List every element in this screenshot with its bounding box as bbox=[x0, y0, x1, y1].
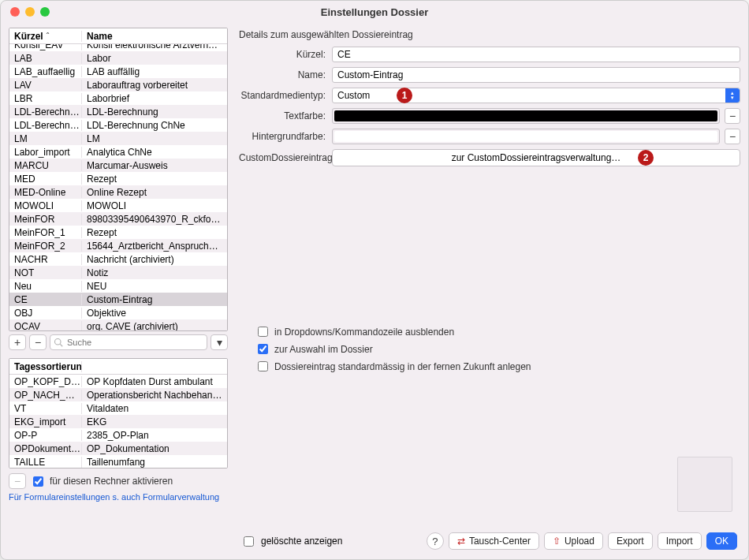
row-name: Notiz bbox=[82, 267, 227, 278]
type-select[interactable]: Custom bbox=[332, 88, 740, 103]
table-row[interactable]: MeinFOR_1Rezept bbox=[9, 226, 227, 239]
table-row[interactable]: LDL-Berechn…LDL-Berechnung ChNe bbox=[9, 118, 227, 132]
table-row[interactable]: MEDRezept bbox=[9, 172, 227, 185]
table-row[interactable]: LAVLaborauftrag vorbereitet bbox=[9, 78, 227, 91]
table-row[interactable]: NACHRNachricht (archiviert) bbox=[9, 252, 227, 266]
table-row[interactable]: OCAVorg. CAVE (archiviert) bbox=[9, 319, 227, 330]
name-input[interactable] bbox=[332, 67, 740, 83]
export-button[interactable]: Export bbox=[608, 532, 653, 550]
table-row[interactable]: MeinFOR_215644_Arztbericht_Anspruch_… bbox=[9, 239, 227, 252]
table-row[interactable]: CECustom-Eintrag bbox=[9, 293, 227, 306]
sec-remove-button[interactable]: − bbox=[9, 473, 26, 489]
select-checkbox[interactable] bbox=[258, 344, 268, 354]
future-checkbox[interactable] bbox=[258, 361, 268, 371]
row-kuerzel: MARCU bbox=[9, 160, 82, 171]
ok-button[interactable]: OK bbox=[706, 532, 737, 550]
bgcolor-well[interactable] bbox=[332, 129, 720, 144]
table-row[interactable]: LABLabor bbox=[9, 51, 227, 65]
remove-button[interactable]: − bbox=[29, 334, 47, 350]
deleted-checkbox[interactable] bbox=[244, 536, 254, 547]
hide-checkbox[interactable] bbox=[258, 327, 268, 337]
table-row[interactable]: OP_NACH_D…Operationsbericht Nachbehand… bbox=[9, 388, 227, 401]
row-kuerzel: VT bbox=[9, 403, 82, 414]
table-row[interactable]: Konsil_EAVKonsil elektronische Arztverne… bbox=[9, 44, 227, 51]
row-name: Rezept bbox=[82, 174, 227, 185]
bgcolor-clear-button[interactable]: − bbox=[725, 129, 740, 144]
minimize-icon[interactable] bbox=[25, 7, 35, 17]
custom-manage-button[interactable]: zur CustomDossiereintragsverwaltung… bbox=[332, 149, 740, 166]
callout-2: 2 bbox=[638, 150, 654, 166]
sec-header-label[interactable]: Tagessortierung bbox=[9, 361, 82, 372]
search-field[interactable] bbox=[50, 334, 207, 350]
textcolor-well[interactable] bbox=[332, 108, 720, 124]
row-name: Rezept bbox=[82, 227, 227, 238]
tausch-center-button[interactable]: ⇄Tausch-Center bbox=[449, 532, 539, 550]
activate-checkbox[interactable] bbox=[33, 476, 43, 487]
add-button[interactable]: + bbox=[9, 334, 26, 350]
row-kuerzel: TAILLE bbox=[9, 457, 82, 468]
row-kuerzel: MeinFOR_1 bbox=[9, 227, 82, 238]
row-kuerzel: LDL-Berechn… bbox=[9, 120, 82, 131]
form: Kürzel: Name: Standardmedientyp: Custom … bbox=[236, 47, 740, 374]
help-button[interactable]: ? bbox=[427, 532, 444, 550]
col-kuerzel[interactable]: Kürzel ˆ bbox=[9, 31, 82, 42]
search-icon bbox=[54, 338, 63, 347]
footer: gelöschte anzeigen ? ⇄Tausch-Center ⇧Upl… bbox=[1, 532, 748, 550]
table-body[interactable]: Konsil_EAVKonsil elektronische Arztverne… bbox=[9, 44, 227, 330]
table-row[interactable]: MARCUMarcumar-Ausweis bbox=[9, 159, 227, 172]
table-row[interactable]: TAILLETaillenumfang bbox=[9, 455, 227, 468]
search-input[interactable] bbox=[65, 337, 203, 348]
row-kuerzel: LM bbox=[9, 133, 82, 144]
sort-asc-icon: ˆ bbox=[47, 32, 49, 40]
import-button[interactable]: Import bbox=[658, 532, 702, 550]
row-kuerzel: Labor_import bbox=[9, 147, 82, 158]
row-name: Analytica ChNe bbox=[82, 147, 227, 158]
row-name: OP_Dokumentation bbox=[82, 443, 227, 454]
svg-point-0 bbox=[55, 339, 61, 345]
row-name: LDL-Berechnung bbox=[82, 106, 227, 118]
table-row[interactable]: EKG_importEKG bbox=[9, 415, 227, 428]
table-row[interactable]: OP_KOPF_DU…OP Kopfdaten Durst ambulant bbox=[9, 375, 227, 388]
table-row[interactable]: LAB_auffaelligLAB auffällig bbox=[9, 65, 227, 78]
row-kuerzel: OP_KOPF_DU… bbox=[9, 376, 82, 387]
table-row[interactable]: VTVitaldaten bbox=[9, 401, 227, 415]
chevron-updown-icon bbox=[725, 88, 740, 103]
row-kuerzel: LBR bbox=[9, 93, 82, 104]
row-kuerzel: MeinFOR_2 bbox=[9, 241, 82, 252]
type-label: Standardmedientyp: bbox=[239, 90, 332, 101]
col-name[interactable]: Name bbox=[82, 31, 227, 42]
zoom-icon[interactable] bbox=[40, 7, 50, 17]
table-row[interactable]: OBJObjektive bbox=[9, 306, 227, 319]
table-row[interactable]: NeuNEU bbox=[9, 279, 227, 293]
form-settings-link[interactable]: Für Formulareinstellungen s. auch Formul… bbox=[9, 492, 228, 502]
table-row[interactable]: MeinFOR89803395490643970_R_ckfor… bbox=[9, 212, 227, 226]
table-row[interactable]: LBRLaborbrief bbox=[9, 91, 227, 105]
kuerzel-input[interactable] bbox=[332, 47, 740, 62]
row-name: Nachricht (archiviert) bbox=[82, 254, 227, 265]
close-icon[interactable] bbox=[10, 7, 20, 17]
row-kuerzel: OP-P bbox=[9, 430, 82, 441]
textcolor-clear-button[interactable]: − bbox=[725, 108, 740, 124]
row-name: Custom-Eintrag bbox=[82, 294, 227, 305]
table-row[interactable]: LMLM bbox=[9, 132, 227, 145]
table-row[interactable]: OPDokument…OP_Dokumentation bbox=[9, 442, 227, 455]
sec-table-body[interactable]: OP_KOPF_DU…OP Kopfdaten Durst ambulantOP… bbox=[9, 375, 227, 468]
row-name: Operationsbericht Nachbehand… bbox=[82, 390, 227, 401]
dossier-table: Kürzel ˆ Name Konsil_EAVKonsil elektroni… bbox=[9, 28, 228, 331]
table-row[interactable]: OP-P2385_OP-Plan bbox=[9, 428, 227, 442]
row-kuerzel: NOT bbox=[9, 267, 82, 278]
table-row[interactable]: NOTNotiz bbox=[9, 266, 227, 279]
row-kuerzel: EKG_import bbox=[9, 416, 82, 427]
select-label: zur Auswahl im Dossier bbox=[274, 344, 373, 355]
table-row[interactable]: Labor_importAnalytica ChNe bbox=[9, 145, 227, 159]
table-row[interactable]: MOWOLIMOWOLI bbox=[9, 199, 227, 212]
row-kuerzel: LDL-Berechn… bbox=[9, 106, 82, 118]
table-row[interactable]: LDL-Berechn…LDL-Berechnung bbox=[9, 105, 227, 118]
table-row[interactable]: MED-OnlineOnline Rezept bbox=[9, 185, 227, 199]
table-toolbar: + − ▾ bbox=[9, 334, 228, 350]
row-kuerzel: MED-Online bbox=[9, 187, 82, 198]
table-header: Kürzel ˆ Name bbox=[9, 28, 227, 44]
upload-button[interactable]: ⇧Upload bbox=[544, 532, 603, 550]
row-name: Vitaldaten bbox=[82, 403, 227, 414]
filter-dropdown[interactable]: ▾ bbox=[211, 334, 228, 350]
